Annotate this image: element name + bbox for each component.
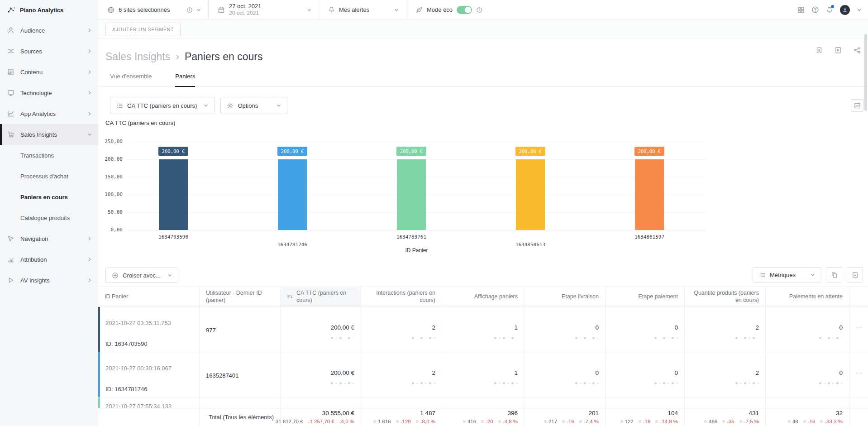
cell-value: 2	[755, 324, 759, 331]
eco-dot	[503, 337, 505, 339]
comparison-marker	[739, 420, 742, 423]
total-metric-cell: 104122-18-14,8 %	[606, 408, 685, 426]
bar-value-label: 200,00 €	[265, 147, 320, 156]
leaf-icon	[415, 6, 423, 14]
eco-dot	[575, 337, 577, 339]
row-menu-button[interactable]: ...	[856, 368, 863, 375]
row-actions-cell: ...	[849, 307, 868, 352]
sidebar-item-av-insights[interactable]: AV Insights	[0, 270, 98, 291]
eco-dash	[740, 338, 742, 339]
table-header-cell[interactable]: Quantité produits (paniers en cours)	[685, 287, 766, 306]
comparison-negative: -16	[803, 419, 816, 424]
comparison-text: 31 812,70 €	[276, 419, 303, 424]
comparison-marker	[463, 420, 466, 423]
table-header-cell[interactable]: Utilisateur - Dernier ID (panier)	[200, 287, 281, 306]
table-header-cell[interactable]: ID Panier	[98, 287, 200, 306]
table-header-cell[interactable]: Etape paiement	[606, 287, 685, 306]
eco-dot	[331, 337, 333, 339]
share-icon[interactable]	[854, 47, 861, 54]
eco-mode-toggle[interactable]	[457, 6, 472, 14]
apps-grid-icon[interactable]	[797, 6, 805, 14]
comparison-marker	[722, 420, 725, 423]
comparison-marker	[498, 420, 501, 423]
sidebar-item-sources[interactable]: Sources	[0, 41, 98, 62]
breadcrumb-parent[interactable]: Sales Insights	[105, 51, 170, 63]
info-icon[interactable]	[186, 7, 193, 13]
chevron-right-icon	[87, 278, 92, 282]
notifications-bell-icon[interactable]	[826, 6, 833, 14]
total-comparisons: 31 812,70 €-1 257,70 €-4,0 %	[276, 419, 354, 424]
metric-cell: 0	[525, 352, 606, 397]
table-header-label: ID Panier	[105, 293, 128, 301]
chart-bar[interactable]	[516, 159, 545, 230]
cart-date: 2021-10-27 00:30:16.067	[105, 365, 172, 372]
comparison-marker	[544, 420, 547, 423]
chart-export-button[interactable]	[851, 99, 863, 112]
metric-selector-dropdown[interactable]: CA TTC (paniers en cours)	[110, 97, 215, 114]
plus-circle-icon	[112, 272, 119, 279]
sidebar-item-app-analytics[interactable]: App Analytics	[0, 103, 98, 124]
tab-vue-densemble[interactable]: Vue d'ensemble	[110, 73, 152, 86]
sidebar-subitem-transactions[interactable]: Transactions	[0, 145, 98, 166]
eco-dash	[824, 383, 825, 384]
chart-bar[interactable]	[397, 159, 426, 230]
sidebar-item-sales-insights[interactable]: Sales Insights	[0, 124, 98, 145]
table-row[interactable]: 2021-10-27 03:35:11.753ID: 1634703590977…	[98, 307, 868, 352]
sidebar-subitem-catalogue-produits[interactable]: Catalogue produits	[0, 207, 98, 228]
metrics-dropdown[interactable]: Métriques	[753, 267, 821, 282]
sidebar-subitem-paniers-en-cours[interactable]: Paniers en cours	[0, 187, 98, 207]
eco-dot	[654, 337, 657, 339]
report-file-icon[interactable]	[835, 47, 842, 54]
chart-bar[interactable]	[159, 159, 188, 230]
eco-placeholder	[412, 337, 435, 339]
date-range-picker[interactable]: 27 oct. 2021 20 oct. 2021	[209, 0, 319, 19]
chevron-down-icon[interactable]	[857, 7, 862, 12]
eco-dot	[420, 337, 423, 339]
comparison-negative: -8,0 %	[416, 419, 435, 424]
user-avatar[interactable]	[840, 5, 850, 15]
comparison-text: -1 257,70 €	[308, 419, 334, 424]
metric-cell: 2	[361, 352, 442, 397]
add-segment-button[interactable]: AJOUTER UN SEGMENT	[105, 23, 181, 36]
chart-bar[interactable]	[635, 159, 664, 230]
comparison-value: 122	[620, 419, 634, 424]
line-chart-icon	[7, 110, 14, 117]
bookmark-star-icon[interactable]	[816, 47, 823, 54]
table-header-cell[interactable]: Paiements en attente	[766, 287, 849, 306]
scrollbar-thumb[interactable]	[864, 34, 867, 111]
sidebar-subitem-processus-achat[interactable]: Processus d'achat	[0, 166, 98, 187]
chart-bar[interactable]	[278, 159, 307, 230]
comparison-negative: -4,8 %	[498, 419, 518, 424]
list-icon	[759, 272, 766, 278]
copy-table-button[interactable]	[826, 267, 842, 282]
sidebar-item-technologie[interactable]: Technologie	[0, 82, 98, 103]
tab-paniers[interactable]: Paniers	[175, 73, 195, 87]
table-header-cell[interactable]: CA TTC (paniers en cours)	[281, 287, 361, 306]
table-header-cell[interactable]: Etape livraison	[525, 287, 606, 306]
table-header-cell[interactable]: Affichage paniers	[442, 287, 525, 306]
sidebar-item-navigation[interactable]: Navigation	[0, 228, 98, 249]
eco-dash	[344, 338, 346, 339]
bar-value-badge: 200,00 €	[515, 147, 546, 156]
eco-dash	[335, 338, 337, 339]
info-icon[interactable]	[476, 7, 482, 13]
metric-cell: 0	[525, 307, 606, 352]
help-icon[interactable]	[811, 6, 819, 14]
alerts-selector[interactable]: Mes alertes	[319, 0, 406, 19]
sidebar-subitem-label: Transactions	[20, 152, 54, 159]
table-row[interactable]: 2021-10-27 00:30:16.067ID: 1634781746163…	[98, 352, 868, 397]
sidebar-item-audience[interactable]: Audience	[0, 20, 98, 41]
row-menu-button[interactable]: ...	[856, 322, 863, 330]
sidebar-item-attribution[interactable]: Attribution	[0, 249, 98, 270]
site-selector[interactable]: 6 sites sélectionnés	[98, 0, 209, 19]
app-logo-row[interactable]: Piano Analytics	[0, 0, 98, 20]
cross-with-dropdown[interactable]: Croiser avec...	[105, 268, 178, 283]
cursor-icon	[7, 235, 14, 242]
sidebar-item-contenu[interactable]: Contenu	[0, 62, 98, 82]
table-header-cell[interactable]: Interactions (paniers en cours)	[361, 287, 442, 306]
export-table-button[interactable]	[847, 267, 863, 282]
comparison-value: 416	[463, 419, 476, 424]
chart-controls: CA TTC (paniers en cours) Options	[110, 97, 287, 114]
options-dropdown[interactable]: Options	[220, 97, 287, 114]
total-metric-cell: 1 4871 616-129-8,0 %	[361, 408, 442, 426]
